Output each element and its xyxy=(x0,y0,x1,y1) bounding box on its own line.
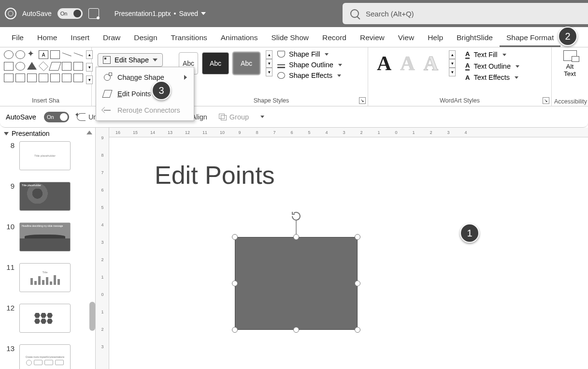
shape-star-icon[interactable] xyxy=(27,50,37,59)
tab-design[interactable]: Design xyxy=(127,29,164,47)
shape-freeform-icon[interactable] xyxy=(73,74,83,82)
wordart-gallery: A A A ▴ ▾ ▾ xyxy=(372,50,461,76)
tab-slideshow[interactable]: Slide Show xyxy=(264,29,316,47)
resize-handle-e[interactable] xyxy=(355,280,360,286)
slide-thumb-11[interactable]: 11 Title xyxy=(4,263,95,292)
slide-title[interactable]: Edit Points xyxy=(155,161,275,190)
style-down-button[interactable]: ▾ xyxy=(266,59,272,68)
tab-shape-format[interactable]: Shape Format xyxy=(500,29,560,47)
style-more-button[interactable]: ▾ xyxy=(266,68,272,76)
shape-diamond-icon[interactable] xyxy=(39,61,48,71)
resize-handle-nw[interactable] xyxy=(232,234,238,240)
menu-change-shape[interactable]: Change Shape xyxy=(96,69,194,86)
group-label-accessibility: Accessibility xyxy=(554,98,587,105)
slide-thumb-9[interactable]: 9 Title placeholder xyxy=(4,182,95,211)
shape-arrow-right-icon[interactable] xyxy=(4,74,14,82)
resize-handle-ne[interactable] xyxy=(355,234,360,240)
tab-home[interactable]: Home xyxy=(30,29,64,47)
qat-autosave-toggle[interactable]: On xyxy=(44,112,69,122)
shape-effects-button[interactable]: Shape Effects xyxy=(277,72,342,79)
version-history-icon[interactable] xyxy=(88,8,99,19)
resize-handle-w[interactable] xyxy=(232,280,238,286)
slide-thumb-13[interactable]: 13 Create more impactful presentations xyxy=(4,344,95,369)
tab-insert[interactable]: Insert xyxy=(64,29,96,47)
selected-rectangle-shape[interactable] xyxy=(235,237,358,330)
wordart-more-button[interactable]: ▾ xyxy=(449,68,456,76)
undo-icon xyxy=(77,113,86,121)
text-effects-button[interactable]: A Text Effects xyxy=(465,74,519,81)
qat-autosave-state: On xyxy=(47,114,54,120)
qat-more-button[interactable] xyxy=(260,116,264,118)
thumbnail-list: 8 Title placeholder 9 Title placeholder … xyxy=(0,139,95,369)
tab-review[interactable]: Review xyxy=(353,29,391,47)
text-fill-button[interactable]: A Text Fill xyxy=(465,50,519,59)
resize-handle-se[interactable] xyxy=(355,327,360,333)
alt-text-button[interactable]: Alt Text xyxy=(556,50,584,77)
style-swatch-2[interactable]: Abc xyxy=(202,52,229,74)
rotation-stem xyxy=(296,220,297,235)
resize-handle-n[interactable] xyxy=(293,234,299,240)
tab-brightslide[interactable]: BrightSlide xyxy=(450,29,500,47)
pane-collapse-icon[interactable] xyxy=(86,131,92,134)
shape-square-icon[interactable] xyxy=(4,62,14,71)
shape-textbox-icon[interactable]: A xyxy=(39,50,48,59)
group-button[interactable]: Group xyxy=(219,113,249,121)
style-up-button[interactable]: ▴ xyxy=(266,50,272,59)
text-outline-button[interactable]: A Text Outline xyxy=(465,62,519,71)
thumb-number: 8 xyxy=(4,141,14,149)
shape-fill-button[interactable]: Shape Fill xyxy=(277,50,342,58)
wordart-style-1[interactable]: A xyxy=(377,52,391,75)
document-title[interactable]: Presentation1.pptx • Saved xyxy=(115,10,206,17)
slide-thumb-8[interactable]: 8 Title placeholder xyxy=(4,141,95,170)
presentation-name: Presentation xyxy=(12,130,50,137)
tab-draw[interactable]: Draw xyxy=(96,29,127,47)
shape-outline-button[interactable]: Shape Outline xyxy=(277,61,342,69)
shape-curve-icon[interactable] xyxy=(62,74,72,82)
menu-reroute-label: Reroute Connectors xyxy=(117,106,180,114)
shape-wave-icon[interactable] xyxy=(50,74,60,82)
slide-canvas-area[interactable]: Edit Points xyxy=(109,137,588,369)
tab-view[interactable]: View xyxy=(391,29,421,47)
shape-arrow-down-icon[interactable] xyxy=(15,74,25,82)
tab-file[interactable]: File xyxy=(5,29,30,47)
shape-cloud-icon[interactable] xyxy=(39,74,48,82)
shape-circle-icon[interactable] xyxy=(15,50,25,59)
wordart-style-2[interactable]: A xyxy=(400,52,415,75)
canvas-wrap: 16 15 14 13 12 11 10 9 8 7 6 5 4 3 2 1 0… xyxy=(109,128,588,369)
wordart-dialog-launcher[interactable]: ↘ xyxy=(543,97,549,104)
style-swatch-3[interactable]: Abc xyxy=(233,52,260,74)
tab-transitions[interactable]: Transitions xyxy=(164,29,214,47)
ruler-tick: 1 xyxy=(99,275,106,280)
slide-thumb-12[interactable]: 12 xyxy=(4,304,95,333)
tab-animations[interactable]: Animations xyxy=(214,29,265,47)
ruler-tick: 3 xyxy=(99,240,106,245)
shape-ellipse-icon[interactable] xyxy=(15,62,25,71)
shape-triangle-icon[interactable] xyxy=(27,62,37,70)
shape-styles-dialog-launcher[interactable]: ↘ xyxy=(359,97,366,104)
text-fill-icon: A xyxy=(465,50,470,59)
wordart-up-button[interactable]: ▴ xyxy=(449,50,456,59)
resize-handle-sw[interactable] xyxy=(232,327,238,333)
wordart-style-3[interactable]: A xyxy=(424,52,438,75)
shapes-gallery[interactable]: A xyxy=(4,50,84,84)
menu-edit-points[interactable]: Edit Points xyxy=(96,86,194,102)
shape-rect-icon[interactable] xyxy=(50,50,60,59)
wordart-down-button[interactable]: ▾ xyxy=(449,59,456,68)
thumb-canvas: Title placeholder xyxy=(19,182,71,211)
ruler-tick: 16 xyxy=(109,130,127,135)
tab-record[interactable]: Record xyxy=(316,29,353,47)
slide-thumb-10[interactable]: 10 Headline describing my slide message xyxy=(4,222,95,251)
shape-pentagon-icon[interactable] xyxy=(27,74,37,82)
resize-handle-s[interactable] xyxy=(293,327,299,333)
autosave-toggle[interactable]: On xyxy=(57,8,83,19)
tab-help[interactable]: Help xyxy=(421,29,450,47)
slides-scrollbar-thumb[interactable] xyxy=(89,302,95,331)
search-box[interactable]: Search (Alt+Q) xyxy=(343,3,588,24)
presentation-header[interactable]: Presentation xyxy=(0,128,95,139)
rotation-handle[interactable] xyxy=(290,210,302,222)
edit-shape-button[interactable]: Edit Shape xyxy=(98,53,163,67)
ribbon: A ▴ ▾ ▾ xyxy=(0,47,588,106)
shape-parallelogram-icon[interactable] xyxy=(49,62,61,71)
ruler-tick: 5 xyxy=(99,205,106,210)
shape-smiley-icon[interactable] xyxy=(4,50,14,59)
